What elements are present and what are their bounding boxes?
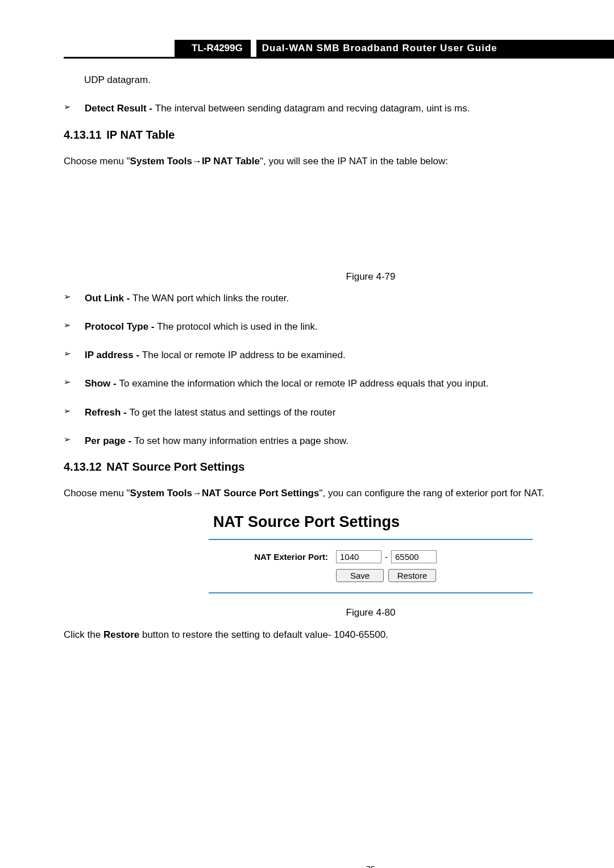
section-title: NAT Source Port Settings: [103, 460, 245, 473]
bullet-icon: ➢: [64, 434, 71, 450]
dash-separator: -: [385, 552, 388, 562]
nat-panel-title: NAT Source Port Settings: [213, 513, 533, 531]
intro-fragment: UDP datagram.: [84, 71, 614, 89]
figure-79-caption: Figure 4-79: [64, 271, 614, 283]
bullet-label: IP address -: [85, 350, 142, 360]
restore-paragraph: Click the Restore button to restore the …: [64, 625, 614, 645]
nat-panel-box: NAT Exterior Port: - Save Restore: [209, 539, 533, 593]
nat-exterior-port-label: NAT Exterior Port:: [222, 552, 336, 562]
bullet-ip-address: ➢ IP address - The local or remote IP ad…: [64, 346, 614, 364]
nat-buttons-row: Save Restore: [222, 569, 519, 582]
bullet-refresh: ➢ Refresh - To get the latest status and…: [64, 404, 614, 422]
header-model: TL-R4299G: [175, 40, 251, 57]
restore-button[interactable]: Restore: [388, 569, 436, 582]
figure-80-caption: Figure 4-80: [64, 607, 614, 618]
bullet-desc: To examine the information which the loc…: [119, 378, 488, 389]
bullet-text: Detect Result - The interval between sen…: [85, 99, 614, 118]
bullet-desc: The protocol which is used in the link.: [157, 321, 318, 332]
bullet-icon: ➢: [64, 377, 71, 393]
bullet-label: Per page -: [85, 435, 134, 446]
section2-paragraph: Choose menu "System Tools→NAT Source Por…: [64, 484, 614, 503]
bullet-icon: ➢: [64, 102, 71, 118]
nat-source-port-panel: NAT Source Port Settings NAT Exterior Po…: [209, 513, 533, 593]
section1-paragraph: Choose menu "System Tools→IP NAT Table",…: [64, 152, 614, 171]
section-heading-ip-nat-table: 4.13.11 IP NAT Table: [64, 128, 614, 142]
bullet-label: Detect Result -: [85, 103, 155, 114]
bullet-desc: The WAN port which links the router.: [132, 293, 289, 304]
bullet-desc: The local or remote IP address to be exa…: [142, 350, 346, 360]
bullet-desc: To set how many information entries a pa…: [134, 435, 349, 446]
section-number: 4.13.11: [64, 128, 102, 141]
bullet-desc: To get the latest status and settings of…: [129, 407, 335, 418]
figure-79-placeholder: [64, 181, 614, 267]
page-header: TL-R4299G Dual-WAN SMB Broadband Router …: [64, 40, 614, 59]
bullet-icon: ➢: [64, 348, 71, 364]
bullet-per-page: ➢ Per page - To set how many information…: [64, 432, 614, 450]
bullet-label: Show -: [85, 378, 119, 389]
section-title: IP NAT Table: [103, 128, 175, 141]
nat-port-row: NAT Exterior Port: -: [222, 550, 519, 563]
bullet-detect-result: ➢ Detect Result - The interval between s…: [64, 99, 614, 118]
bullet-desc: The interval between sending datagram an…: [155, 103, 470, 114]
bullet-protocol-type: ➢ Protocol Type - The protocol which is …: [64, 318, 614, 336]
bullet-show: ➢ Show - To examine the information whic…: [64, 375, 614, 393]
page-number: 75: [366, 864, 376, 868]
header-title: Dual-WAN SMB Broadband Router User Guide: [256, 40, 614, 57]
section-heading-nat-source-port: 4.13.12 NAT Source Port Settings: [64, 460, 614, 474]
save-button[interactable]: Save: [336, 569, 384, 582]
bullet-label: Protocol Type -: [85, 321, 157, 332]
section-number: 4.13.12: [64, 460, 102, 473]
nat-port-end-input[interactable]: [391, 550, 437, 563]
nat-port-start-input[interactable]: [336, 550, 381, 563]
bullet-out-link: ➢ Out Link - The WAN port which links th…: [64, 289, 614, 308]
bullet-icon: ➢: [64, 320, 71, 336]
bullet-label: Out Link -: [85, 293, 132, 304]
bullet-icon: ➢: [64, 292, 71, 308]
bullet-label: Refresh -: [85, 407, 129, 418]
bullet-icon: ➢: [64, 406, 71, 422]
